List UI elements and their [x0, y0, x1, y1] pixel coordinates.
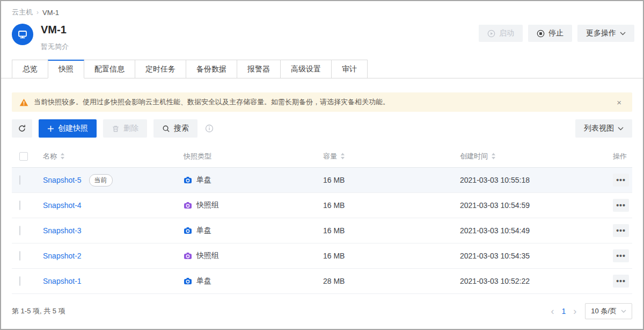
- camera-single-disk-icon: [184, 176, 192, 184]
- column-type: 快照类型: [184, 152, 323, 161]
- next-page-icon[interactable]: ›: [573, 306, 576, 316]
- refresh-button[interactable]: [12, 119, 32, 138]
- column-created[interactable]: 创建时间: [460, 152, 613, 161]
- snapshot-link[interactable]: Snapshot-4: [43, 201, 82, 210]
- items-summary: 第 1-5 项, 共 5 项: [12, 306, 65, 316]
- info-icon[interactable]: [205, 124, 214, 133]
- snapshot-size: 16 MB: [323, 226, 460, 235]
- row-actions-menu-icon[interactable]: •••: [613, 174, 629, 186]
- column-name[interactable]: 名称: [43, 152, 184, 161]
- breadcrumb-vm-list[interactable]: 云主机: [12, 8, 33, 17]
- delete-snapshot-button[interactable]: 删除: [103, 119, 147, 138]
- vm-monitor-icon: [12, 24, 33, 45]
- table-row: Snapshot-4 快照组 16 MB 2021-03-03 10:54:59…: [12, 193, 632, 218]
- snapshot-type-label: 单盘: [196, 226, 211, 235]
- tab-overview[interactable]: 总览: [12, 60, 48, 78]
- row-checkbox-cell: [12, 201, 43, 210]
- chevron-down-icon: [618, 127, 624, 131]
- column-size[interactable]: 容量: [323, 152, 460, 161]
- play-circle-icon: [487, 30, 495, 38]
- snapshot-type-cell: 单盘: [184, 226, 323, 235]
- warning-triangle-icon: [19, 98, 28, 106]
- view-mode-dropdown[interactable]: 列表视图: [575, 119, 632, 138]
- sort-icon[interactable]: [60, 153, 65, 160]
- row-checkbox-cell: [12, 277, 43, 285]
- row-actions-menu-icon[interactable]: •••: [613, 224, 629, 237]
- snapshot-size: 16 MB: [323, 201, 460, 210]
- snapshot-size: 28 MB: [323, 277, 460, 285]
- row-actions-menu-icon[interactable]: •••: [613, 199, 629, 212]
- snapshot-created: 2021-03-03 10:52:22: [460, 277, 613, 285]
- tab-backup-data-label: 备份数据: [196, 64, 226, 74]
- row-checkbox[interactable]: [19, 276, 20, 286]
- pagination: ‹ 1 ›: [551, 306, 577, 316]
- sort-icon[interactable]: [491, 153, 496, 160]
- breadcrumb: 云主机 › VM-1: [1, 1, 643, 17]
- table-footer: 第 1-5 项, 共 5 项 ‹ 1 › 10 条/页: [12, 294, 632, 319]
- tab-advanced-settings[interactable]: 高级设置: [280, 60, 332, 78]
- table-row: Snapshot-1 单盘 28 MB 2021-03-03 10:52:22 …: [12, 269, 632, 294]
- search-icon: [162, 125, 170, 133]
- column-type-label: 快照类型: [184, 152, 211, 161]
- tab-alarms[interactable]: 报警器: [237, 60, 281, 78]
- breadcrumb-separator-icon: ›: [36, 9, 39, 16]
- prev-page-icon[interactable]: ‹: [551, 306, 554, 316]
- row-actions-cell: •••: [613, 275, 634, 288]
- row-checkbox-cell: [12, 226, 43, 235]
- tab-scheduled-tasks[interactable]: 定时任务: [135, 60, 186, 78]
- snapshot-type-cell: 快照组: [184, 200, 323, 210]
- snapshot-type-label: 快照组: [196, 200, 219, 210]
- stop-circle-icon: [537, 30, 545, 38]
- close-warning-icon[interactable]: ×: [613, 98, 625, 107]
- refresh-icon: [18, 124, 26, 133]
- tab-configuration-label: 配置信息: [94, 64, 125, 74]
- create-snapshot-button[interactable]: 创建快照: [39, 119, 97, 138]
- search-button[interactable]: 搜索: [153, 119, 197, 138]
- row-checkbox[interactable]: [19, 251, 20, 261]
- row-checkbox[interactable]: [19, 226, 20, 235]
- table-header-row: 名称 快照类型 容量 创建时间 操作: [12, 145, 632, 168]
- snapshot-type-cell: 单盘: [184, 276, 323, 286]
- page-size-select[interactable]: 10 条/页: [585, 303, 632, 319]
- sort-icon[interactable]: [340, 153, 345, 160]
- row-actions-menu-icon[interactable]: •••: [613, 249, 629, 262]
- more-actions-button[interactable]: 更多操作: [577, 25, 634, 42]
- snapshot-created: 2021-03-03 10:55:18: [460, 176, 613, 184]
- snapshot-name-cell: Snapshot-5 当前: [43, 174, 184, 186]
- select-all-checkbox[interactable]: [19, 152, 28, 161]
- tab-backup-data[interactable]: 备份数据: [186, 60, 237, 78]
- start-vm-button[interactable]: 启动: [479, 25, 523, 42]
- row-actions-menu-icon[interactable]: •••: [613, 275, 629, 288]
- search-label: 搜索: [174, 124, 189, 133]
- column-actions: 操作: [613, 152, 632, 161]
- delete-snapshot-label: 删除: [123, 124, 138, 133]
- row-checkbox[interactable]: [19, 175, 20, 185]
- snapshot-toolbar: 创建快照 删除 搜索: [12, 119, 632, 138]
- snapshot-type-cell: 快照组: [184, 251, 323, 261]
- tab-configuration[interactable]: 配置信息: [84, 60, 135, 78]
- snapshot-type-cell: 单盘: [184, 175, 323, 185]
- row-checkbox[interactable]: [19, 200, 20, 210]
- page-header: VM-1 暂无简介 启动: [1, 17, 643, 52]
- plus-icon: [47, 125, 54, 132]
- snapshot-warning-banner: 当前快照较多。使用过多快照会影响云主机性能、数据安全以及主存储容量。如需长期备份…: [12, 92, 632, 112]
- snapshot-link[interactable]: Snapshot-5: [43, 176, 82, 184]
- tab-snapshots[interactable]: 快照: [48, 60, 84, 78]
- snapshot-link[interactable]: Snapshot-2: [43, 252, 82, 260]
- stop-vm-label: 停止: [548, 28, 564, 38]
- snapshot-link[interactable]: Snapshot-1: [43, 277, 82, 285]
- tab-audit[interactable]: 审计: [331, 60, 368, 78]
- row-actions-cell: •••: [613, 199, 634, 212]
- snapshot-size: 16 MB: [323, 252, 460, 260]
- detail-tabs: 总览 快照 配置信息 定时任务 备份数据 报警器 高级设置 审计: [1, 52, 643, 78]
- tab-snapshots-label: 快照: [58, 64, 74, 74]
- tab-advanced-settings-label: 高级设置: [291, 64, 321, 74]
- row-checkbox-cell: [12, 176, 43, 184]
- current-badge: 当前: [89, 174, 113, 186]
- start-vm-label: 启动: [499, 28, 514, 38]
- snapshot-link[interactable]: Snapshot-3: [43, 226, 82, 235]
- breadcrumb-current: VM-1: [42, 9, 59, 17]
- snapshot-type-label: 单盘: [196, 276, 211, 286]
- stop-vm-button[interactable]: 停止: [528, 25, 572, 42]
- title-block: VM-1 暂无简介: [41, 23, 69, 52]
